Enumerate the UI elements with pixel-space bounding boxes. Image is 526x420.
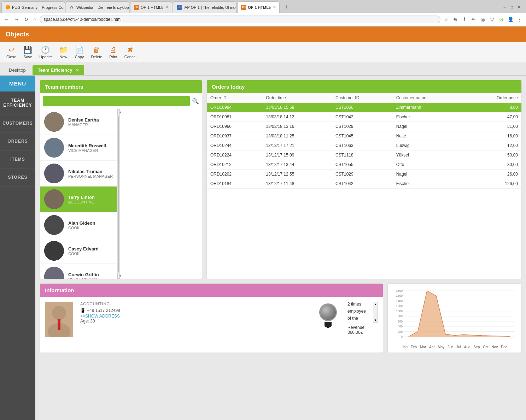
order-row-ORD10244[interactable]: ORD10244 13/12/17 17:21 CST1063 Ludwig 1… (207, 141, 521, 150)
delete-button[interactable]: 🗑 Delete (88, 45, 105, 60)
extension-icon-3[interactable]: ✏ (470, 16, 477, 23)
order-row-ORD10994[interactable]: ORD10994 13/03/18 15:58 CST1060 Zimmerma… (207, 103, 521, 112)
bookmark-icon[interactable]: ☆ (443, 16, 450, 23)
team-member-m6[interactable]: Casey Edvard COOK (40, 238, 117, 264)
order-time-ORD10966: 13/03/18 13:16 (262, 122, 332, 131)
back-button[interactable]: ← (3, 16, 11, 23)
tab-label-4: IAP OF-1 | The reliable, UI independe... (183, 5, 236, 10)
profile-icon[interactable]: 👤 (507, 16, 514, 23)
scroll-thumb[interactable] (118, 116, 119, 272)
information-header: Information (40, 284, 383, 297)
scroll-down-icon[interactable]: ▼ (374, 319, 377, 322)
scroll-up-button[interactable]: ▲ (117, 109, 120, 115)
chart-month-may: May (438, 345, 444, 349)
reload-button[interactable]: ↻ (23, 16, 30, 23)
search-icon[interactable]: 🔍 (192, 98, 199, 105)
order-customer-name-ORD10202: Nagel (393, 170, 466, 179)
order-customer-name-ORD10224: Yüksel (393, 150, 466, 160)
member-name-m2: Meredith Roswell (68, 143, 106, 148)
order-row-ORD10212[interactable]: ORD10212 13/12/17 13:44 CST1055 Otto 30,… (207, 160, 521, 170)
print-button[interactable]: 🖨 Print (106, 45, 120, 60)
forward-button[interactable]: → (13, 16, 21, 23)
extension-icon-1[interactable]: ⊕ (452, 16, 459, 23)
home-button[interactable]: ⌂ (32, 16, 37, 23)
team-members-title: Team members (45, 84, 83, 90)
team-member-m1[interactable]: Denise Eartha MANAGER (40, 109, 117, 135)
tab-desktop[interactable]: Desktop (4, 65, 31, 75)
team-list-wrapper: Denise Eartha MANAGER Meredith Roswell V… (40, 109, 202, 279)
order-row-ORD10202[interactable]: ORD10202 13/12/17 12:55 CST1029 Nagel 26… (207, 170, 521, 179)
sidebar-item-orders[interactable]: ORDERS (0, 132, 35, 150)
extension-icon-6[interactable]: G (498, 16, 505, 23)
cancel-label: Cancel (124, 55, 136, 59)
tab-team-efficiency-close[interactable]: ✕ (76, 68, 79, 72)
order-customer-id-ORD10184: CST1042 (332, 179, 393, 189)
team-member-m4[interactable]: Terry Linton ACCOUNTING (40, 187, 117, 212)
svg-text:200: 200 (398, 330, 403, 333)
app-header: Objects (0, 26, 526, 42)
team-list-scrollbar[interactable]: ▲ ▼ (117, 109, 120, 279)
team-search-input[interactable] (43, 96, 190, 106)
svg-text:1400: 1400 (396, 299, 403, 303)
sidebar-item-items-label: ITEMS (10, 157, 25, 162)
cancel-button[interactable]: ✖ Cancel (122, 44, 139, 60)
new-button[interactable]: 📁 New (56, 44, 71, 60)
browser-tab-1[interactable]: 🟠 PUG Germany – Progress Comm... ✕ (1, 1, 65, 13)
delete-label: Delete (91, 55, 102, 59)
scroll-up-icon[interactable]: ▲ (374, 303, 377, 306)
tab-team-efficiency[interactable]: Team Efficiency ✕ (33, 65, 84, 75)
order-time-ORD10244: 13/12/17 17:21 (262, 141, 332, 150)
main-content: Team members 🔍 Denise Eartha MANAGER (35, 76, 526, 420)
order-customer-name-ORD10937: Nolte (393, 131, 466, 141)
member-name-m4: Terry Linton (68, 195, 95, 200)
minimize-button[interactable]: ─ (502, 4, 508, 10)
tab-close-5[interactable]: ✕ (273, 5, 276, 9)
maximize-button[interactable]: □ (509, 4, 515, 10)
member-role-m5: COOK (68, 226, 95, 230)
extension-icon-4[interactable]: ◎ (479, 16, 486, 23)
member-avatar-m1 (44, 112, 64, 132)
badge-times: 2 times (347, 302, 366, 307)
update-icon: 🕐 (41, 46, 50, 54)
browser-tab-3[interactable]: OF OF-1 HTML5 ✕ (130, 1, 172, 13)
order-row-ORD10966[interactable]: ORD10966 13/03/18 13:16 CST1029 Nagel 51… (207, 122, 521, 131)
order-price-ORD10994: 8,00 (466, 103, 521, 112)
sidebar-item-stores[interactable]: STORES (0, 168, 35, 187)
order-row-ORD10224[interactable]: ORD10224 13/12/17 15:09 CST1118 Yüksel 5… (207, 150, 521, 160)
team-member-m2[interactable]: Meredith Roswell VICE MANAGER (40, 135, 117, 161)
update-button[interactable]: 🕐 Update (36, 44, 54, 60)
close-button[interactable]: ↩ Close (4, 44, 19, 60)
order-time-ORD10937: 13/03/18 11:25 (262, 131, 332, 141)
info-scroll[interactable]: ▲ ▼ (373, 302, 378, 323)
order-time-ORD10224: 13/12/17 15:09 (262, 150, 332, 160)
order-row-ORD10981[interactable]: ORD10981 13/03/18 14:12 CST1042 Fischer … (207, 112, 521, 122)
close-window-button[interactable]: ✕ (516, 4, 522, 10)
order-id-ORD10937: ORD10937 (207, 131, 262, 141)
member-name-m1: Denise Eartha (68, 117, 99, 123)
badge-employee-label: employee (347, 309, 366, 314)
show-address-link[interactable]: >>SHOW ADDRESS (80, 314, 309, 319)
sidebar-item-team-efficiency[interactable]: TEAM EFFICIENCY (0, 91, 35, 114)
sidebar-item-customers[interactable]: CUSTOMERS (0, 114, 35, 132)
extension-icon-5[interactable]: ▽ (489, 16, 496, 23)
browser-tab-4[interactable]: IAP IAP OF-1 | The reliable, UI independ… (173, 1, 236, 13)
order-row-ORD10937[interactable]: ORD10937 13/03/18 11:25 CST1045 Nolte 16… (207, 131, 521, 141)
browser-tab-2[interactable]: W Wikipedia – Die freie Enzyklopä... ✕ (66, 1, 129, 13)
save-button[interactable]: 💾 Save (21, 44, 35, 60)
menu-icon[interactable]: ⋮ (516, 16, 523, 23)
scroll-down-button[interactable]: ▼ (117, 273, 120, 279)
team-member-m3[interactable]: Nikolas Truman PERSONNEL MANAGER (40, 161, 117, 187)
sidebar-item-items[interactable]: ITEMS (0, 150, 35, 168)
copy-button[interactable]: 📄 Copy (72, 44, 87, 60)
tab-close-3[interactable]: ✕ (165, 5, 168, 9)
tab-add-button[interactable]: + (282, 2, 292, 12)
team-member-m7[interactable]: Corwin Griffin DELIVERY MAN (40, 264, 117, 279)
team-member-m5[interactable]: Alan Gideon COOK (40, 212, 117, 238)
url-field[interactable] (40, 16, 440, 23)
browser-tab-5[interactable]: OF OF-1 HTML5 ✕ (237, 1, 280, 13)
extension-icon-2[interactable]: f (461, 16, 468, 23)
orders-table-body: ORD10994 13/03/18 15:58 CST1060 Zimmerma… (207, 103, 521, 189)
tab-team-efficiency-label: Team Efficiency (38, 67, 72, 73)
browser-chrome: 🟠 PUG Germany – Progress Comm... ✕ W Wik… (0, 0, 526, 26)
order-row-ORD10184[interactable]: ORD10184 13/12/17 11:48 CST1042 Fischer … (207, 179, 521, 189)
